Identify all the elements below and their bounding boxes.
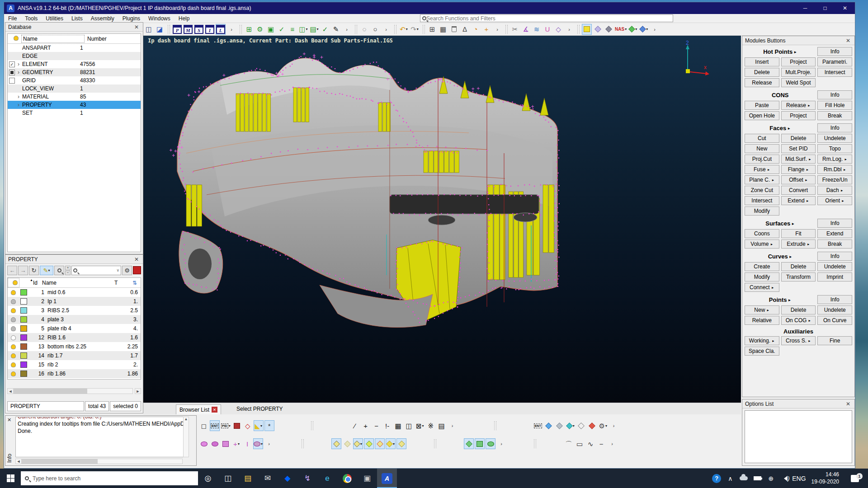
tray-chevron-icon[interactable]: ∧ [724, 469, 736, 488]
quad-green-icon[interactable] [364, 438, 374, 449]
settings-green-icon[interactable]: ⚙ [255, 24, 265, 35]
hot-points-info-button[interactable]: Info [817, 47, 852, 56]
expand-arrow-icon[interactable]: › [15, 94, 22, 100]
database-row-set[interactable]: SET1 [8, 109, 141, 117]
column-header-name[interactable]: Name [39, 280, 114, 286]
module-button-set-pid[interactable]: Set PID [781, 144, 816, 153]
options-list-box[interactable] [745, 410, 852, 463]
menu-windows[interactable]: Windows [144, 14, 175, 23]
lock-icon[interactable]: ⊠▾ [415, 420, 425, 431]
module-button-paste[interactable]: Paste [745, 101, 779, 110]
section-heading-curves[interactable]: Curves► [745, 252, 816, 261]
magnet-icon[interactable]: U [542, 24, 552, 35]
pan-move-icon[interactable]: + [481, 24, 491, 35]
tab-browser-list[interactable]: Browser List ✕ [176, 404, 221, 414]
visibility-checkbox[interactable] [9, 78, 15, 84]
dropdown-arrow-icon[interactable]: ▾ [306, 27, 308, 31]
menu-lists[interactable]: Lists [67, 14, 87, 23]
module-button-connect[interactable]: Connect► [745, 283, 779, 292]
module-button-orient[interactable]: Orient► [817, 196, 852, 205]
cube-outline-icon[interactable] [576, 420, 586, 431]
property-row-mid-0-6[interactable]: 1mid 0.60.6 [8, 288, 141, 297]
maximize-button[interactable]: □ [815, 2, 835, 14]
paint-select-icon[interactable]: ◣▾ [254, 420, 264, 431]
database-row-material[interactable]: ›MATERIAL85 [8, 93, 141, 101]
expand-arrow-icon[interactable]: › [15, 69, 22, 75]
add-icon[interactable]: + [361, 420, 371, 431]
taskbar-search-box[interactable]: Type here to search [21, 471, 198, 485]
edge-icon[interactable]: e [317, 469, 337, 488]
property-row-plate-3[interactable]: 4plate 33. [8, 315, 141, 324]
module-button-fine[interactable]: Fine [817, 336, 852, 345]
quad-handles-icon[interactable] [331, 438, 341, 449]
bulb-icon[interactable] [11, 371, 16, 376]
zoom-circle-icon[interactable]: ○ [370, 24, 380, 35]
scroll-right-arrow[interactable]: ► [135, 388, 141, 394]
bulb-icon[interactable] [11, 308, 16, 313]
color-swatch[interactable] [20, 371, 27, 377]
module-button-extend[interactable]: Extend► [781, 196, 816, 205]
start-button[interactable] [0, 469, 21, 488]
stack-red-icon[interactable] [232, 420, 242, 431]
module-button-project[interactable]: Project [781, 57, 816, 66]
bulb-icon[interactable] [11, 290, 16, 295]
surfaces-info-button[interactable]: Info [817, 219, 852, 228]
hidden-stack-icon[interactable] [604, 24, 613, 35]
expand-arrow-icon[interactable]: › [15, 61, 22, 67]
module-button-insert[interactable]: Insert [745, 57, 779, 66]
invert-icon[interactable]: !- [382, 420, 392, 431]
column-header-t[interactable]: T [114, 280, 132, 286]
probe-icon[interactable]: ◇ [553, 24, 563, 35]
action-center-icon[interactable]: 1 [844, 475, 865, 482]
monitor-green-icon[interactable]: ▤▾ [309, 24, 319, 35]
dropdown-arrow-icon[interactable]: ▾ [238, 442, 240, 446]
grid-points-icon[interactable]: ▦ [438, 24, 448, 35]
transform-axis-icon[interactable]: ∆ [460, 24, 470, 35]
module-button-parametri[interactable]: Parametri. [817, 57, 852, 66]
module-button-freeze-un[interactable]: Freeze/Un [817, 175, 852, 184]
zoom-select-button[interactable] [54, 266, 64, 275]
color-swatch[interactable] [20, 307, 27, 314]
menu-utilities[interactable]: Utilities [42, 14, 67, 23]
module-button-volume[interactable]: Volume► [745, 239, 779, 249]
title-bar[interactable]: A ANSA v19.1.2 64-bit (D:/MATHEEN/PGHEV/… [4, 2, 855, 14]
orbit-ring-icon[interactable]: ◔ [471, 24, 481, 35]
bulb-icon[interactable] [11, 353, 16, 358]
undo-icon[interactable]: ↶▾ [399, 24, 409, 35]
module-button-on-cog[interactable]: On COG► [781, 316, 816, 325]
dropdown-arrow-icon[interactable]: ▾ [605, 424, 607, 428]
section-heading-faces[interactable]: Faces► [745, 123, 816, 132]
section-heading-auxiliaries[interactable]: Auxiliaries [745, 328, 852, 335]
color-swatch[interactable] [20, 334, 27, 341]
dropdown-arrow-icon[interactable]: ▾ [393, 442, 395, 446]
mesh-cube-green-icon[interactable] [475, 438, 485, 449]
console-output[interactable]: Current distortion angle: 0. (old: 0.)Cr… [15, 417, 189, 457]
ansa-taskbar-icon[interactable]: A [377, 469, 397, 488]
redo-icon[interactable]: ↷▾ [410, 24, 420, 35]
chrome-icon[interactable] [337, 469, 357, 488]
color-swatch-button[interactable] [133, 266, 141, 274]
cortana-icon[interactable]: ◎ [198, 469, 218, 488]
menu-file[interactable]: File [4, 14, 21, 23]
console-horizontal-scrollbar[interactable]: ◄ [15, 459, 183, 464]
zoom-box-icon[interactable]: ◌ [359, 24, 369, 35]
cube-red-icon[interactable] [587, 420, 597, 431]
module-button-fuse[interactable]: Fuse► [745, 165, 779, 174]
property-row-ribs-2-5[interactable]: 3RIBS 2.52.5 [8, 306, 141, 315]
dropdown-arrow-icon[interactable]: ▾ [261, 442, 263, 446]
curve-pencil-icon[interactable]: ⌒ [564, 438, 574, 449]
module-button-break[interactable]: Break [817, 111, 852, 120]
dropdown-arrow-icon[interactable]: ▾ [646, 27, 648, 31]
marquee-select-icon[interactable]: ◻ [199, 420, 209, 431]
module-button-new[interactable]: New► [745, 305, 779, 314]
curves-info-button[interactable]: Info [817, 252, 852, 261]
quad-grid-icon[interactable]: ▦ [393, 420, 403, 431]
curve-wave-icon[interactable]: ∿ [585, 438, 595, 449]
measure-angle-icon[interactable]: ∡ [521, 24, 531, 35]
module-button-delete[interactable]: Delete [781, 305, 816, 314]
database-close-icon[interactable]: ✕ [133, 24, 140, 30]
minimize-button[interactable]: ─ [795, 2, 815, 14]
help-bubble-icon[interactable]: ? [711, 469, 722, 488]
mail-icon[interactable]: ✉ [258, 469, 278, 488]
module-button-project[interactable]: Project [781, 111, 816, 120]
